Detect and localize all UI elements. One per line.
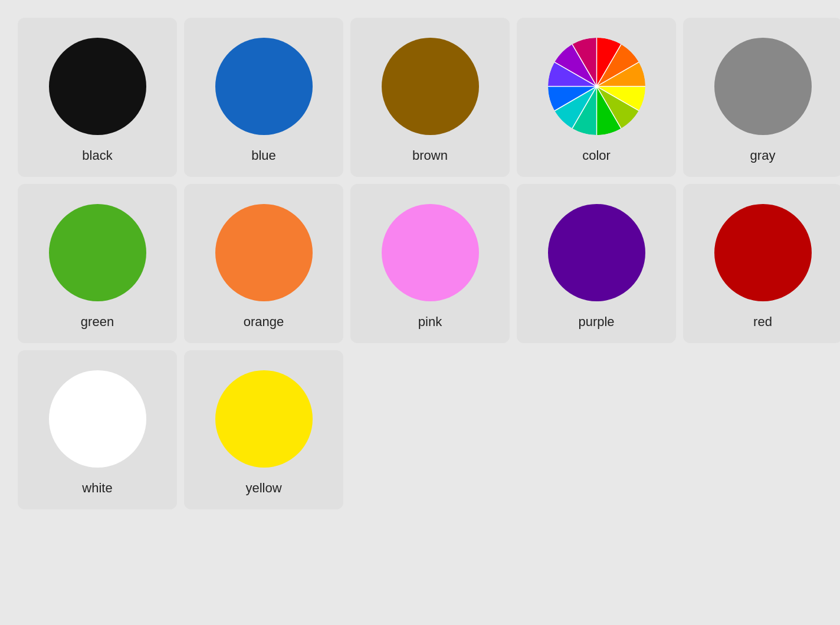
color-card-red: red xyxy=(683,184,840,343)
circle-container-purple xyxy=(548,204,645,301)
label-black: black xyxy=(82,148,112,163)
color-grid: black blue brown xyxy=(12,12,828,515)
label-green: green xyxy=(81,314,114,330)
circle-container-black xyxy=(49,38,146,135)
circle-gray xyxy=(714,38,812,135)
label-color: color xyxy=(582,148,611,163)
circle-pink xyxy=(382,204,479,301)
circle-container-gray xyxy=(714,38,812,135)
color-card-black: black xyxy=(18,18,177,177)
circle-yellow xyxy=(215,370,313,468)
label-pink: pink xyxy=(418,314,442,330)
circle-container-color xyxy=(548,38,645,135)
circle-green xyxy=(49,204,146,301)
circle-orange xyxy=(215,204,313,301)
circle-white xyxy=(49,370,146,468)
color-wheel-svg xyxy=(548,38,645,135)
color-card-yellow: yellow xyxy=(184,350,343,509)
color-card-blue: blue xyxy=(184,18,343,177)
circle-container-white xyxy=(49,370,146,468)
label-blue: blue xyxy=(251,148,276,163)
circle-container-red xyxy=(714,204,812,301)
circle-container-yellow xyxy=(215,370,313,468)
color-card-color: color xyxy=(517,18,676,177)
label-brown: brown xyxy=(412,148,448,163)
circle-container-green xyxy=(49,204,146,301)
color-card-brown: brown xyxy=(350,18,510,177)
label-orange: orange xyxy=(244,314,284,330)
color-card-pink: pink xyxy=(350,184,510,343)
label-yellow: yellow xyxy=(245,481,281,496)
label-white: white xyxy=(82,481,112,496)
circle-container-orange xyxy=(215,204,313,301)
circle-purple xyxy=(548,204,645,301)
circle-brown xyxy=(382,38,479,135)
color-card-green: green xyxy=(18,184,177,343)
circle-red xyxy=(714,204,812,301)
label-purple: purple xyxy=(578,314,614,330)
color-card-white: white xyxy=(18,350,177,509)
circle-blue xyxy=(215,38,313,135)
circle-container-brown xyxy=(382,38,479,135)
circle-black xyxy=(49,38,146,135)
color-card-gray: gray xyxy=(683,18,840,177)
color-card-purple: purple xyxy=(517,184,676,343)
label-red: red xyxy=(753,314,772,330)
circle-container-pink xyxy=(382,204,479,301)
circle-container-blue xyxy=(215,38,313,135)
color-card-orange: orange xyxy=(184,184,343,343)
label-gray: gray xyxy=(750,148,776,163)
